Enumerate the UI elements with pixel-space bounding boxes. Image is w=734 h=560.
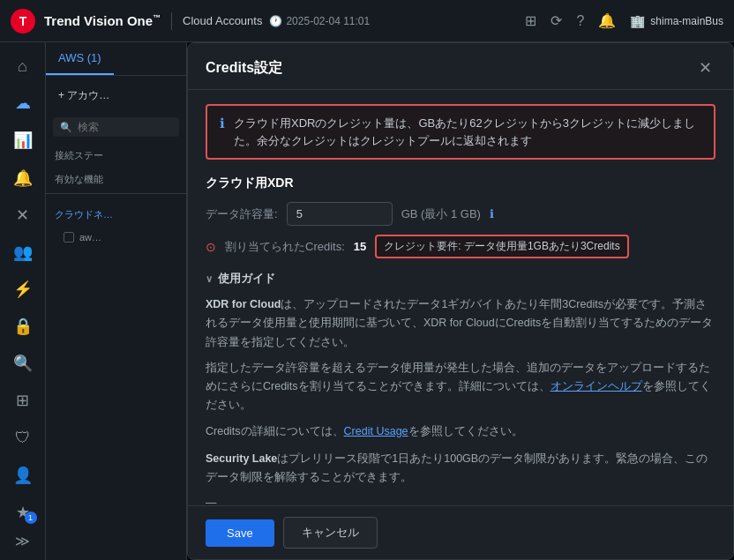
credits-row: ⊙ 割り当てられたCredits: 15 クレジット要件: データ使用量1GBあ… xyxy=(206,235,715,258)
info-icon: ℹ xyxy=(220,116,225,131)
sidebar-item-home[interactable]: ⌂ xyxy=(5,49,41,83)
data-capacity-label: データ許容量: xyxy=(206,206,278,222)
user-icon: 🏢 xyxy=(630,14,645,28)
refresh-icon[interactable]: ⟳ xyxy=(550,12,562,29)
credit-usage-link[interactable]: Credit Usage xyxy=(344,425,408,437)
timestamp: 🕐 2025-02-04 11:01 xyxy=(269,15,370,27)
sidebar-item-search[interactable]: 🔍 xyxy=(5,347,41,380)
usage-para-3-text: Creditsの詳細については、 xyxy=(206,425,344,437)
sidebar-item-cross[interactable]: ✕ xyxy=(5,198,41,232)
sidebar: ⌂ ☁ 📊 🔔 ✕ 👥 ⚡ 🔒 🔍 ⊞ 🛡 👤 ★ 1 ≫ xyxy=(0,42,46,560)
sidebar-item-people[interactable]: 👤 xyxy=(5,459,41,492)
chevron-down-icon: ∨ xyxy=(206,273,213,285)
security-lake-section: Security Lakeはプレリリース段階で1日あたり100GBのデータ制限が… xyxy=(206,450,715,488)
top-header: T Trend Vision One™ Cloud Accounts 🕐 202… xyxy=(0,0,734,42)
usage-para-3-after: を参照してください。 xyxy=(408,425,523,437)
sidebar-item-layers[interactable]: ⊞ xyxy=(5,384,41,417)
credits-requirement: クレジット要件: データ使用量1GBあたり3Credits xyxy=(375,235,628,258)
modal-header: Credits設定 ✕ xyxy=(188,43,733,90)
sidebar-expand-button[interactable]: ≫ xyxy=(15,533,30,549)
xdr-for-cloud-bold: XDR for Cloud xyxy=(206,298,281,310)
feature-status-label: 有効な機能 xyxy=(46,169,186,190)
usage-guide-content: XDR for Cloudは、アップロードされたデータ1ギガバイトあたり年間3C… xyxy=(206,295,715,505)
add-account-button[interactable]: + アカウ… xyxy=(55,85,177,107)
security-lake-text: はプレリリース段階で1日あたり100GBのデータ制限があります。緊急の場合、この… xyxy=(206,452,708,483)
modal-credits: Credits設定 ✕ ℹ クラウド用XDRのクレジット量は、GBあたり62クレ… xyxy=(187,42,734,560)
modal-footer: Save キャンセル xyxy=(188,505,733,559)
sidebar-item-chart[interactable]: 📊 xyxy=(5,123,41,157)
usage-para-1-text: は、アップロードされたデータ1ギガバイトあたり年間3Creditsが必要です。予… xyxy=(206,298,713,348)
modal-overlay: Credits設定 ✕ ℹ クラウド用XDRのクレジット量は、GBあたり62クレ… xyxy=(187,42,734,560)
list-item[interactable]: aw… xyxy=(46,228,186,246)
left-panel: AWS (1) + アカウ… 🔍 接続ステー 有効な機能 クラウドネ… aw… xyxy=(46,42,187,560)
security-lake-bold: Security Lake xyxy=(206,452,277,465)
search-input[interactable] xyxy=(78,121,172,133)
usage-guide-header[interactable]: ∨ 使用ガイド xyxy=(206,271,715,287)
sidebar-item-lightning[interactable]: ⚡ xyxy=(5,273,41,306)
header-divider xyxy=(171,12,172,30)
header-actions: ⊞ ⟳ ? 🔔 🏢 shima-mainBus xyxy=(525,12,723,29)
sidebar-item-users[interactable]: 👥 xyxy=(5,235,41,269)
sidebar-item-star[interactable]: ★ 1 xyxy=(5,496,41,529)
divider xyxy=(46,193,186,194)
usage-guide-title: 使用ガイド xyxy=(218,271,275,287)
credits-icon: ⊙ xyxy=(206,240,216,254)
content-area: AWS (1) + アカウ… 🔍 接続ステー 有効な機能 クラウドネ… aw… xyxy=(46,42,734,560)
security-lake-para: Security Lakeはプレリリース段階で1日あたり100GBのデータ制限が… xyxy=(206,450,715,488)
usage-para-1: XDR for Cloudは、アップロードされたデータ1ギガバイトあたり年間3C… xyxy=(206,295,715,352)
section-title: クラウド用XDR xyxy=(206,175,715,191)
modal-body: ℹ クラウド用XDRのクレジット量は、GBあたり62クレジットから3クレジットに… xyxy=(188,90,733,505)
sidebar-item-alerts[interactable]: 🔔 xyxy=(5,161,41,194)
clock-icon: 🕐 xyxy=(269,15,282,27)
app-logo: T xyxy=(11,9,35,34)
bell-icon[interactable]: 🔔 xyxy=(598,12,616,29)
connection-status-label: 接続ステー xyxy=(46,142,186,169)
left-panel-actions: + アカウ… xyxy=(46,76,186,112)
sidebar-item-shield[interactable]: 🛡 xyxy=(5,422,41,455)
help-icon[interactable]: ? xyxy=(576,13,584,29)
close-button[interactable]: ✕ xyxy=(694,57,715,78)
sidebar-item-lock[interactable]: 🔒 xyxy=(5,310,41,343)
cloud-net-label[interactable]: クラウドネ… xyxy=(46,201,186,228)
credits-label: 割り当てられたCredits: xyxy=(225,239,345,255)
usage-separator: — xyxy=(206,494,715,505)
data-capacity-row: データ許容量: GB (最小 1 GB) ℹ xyxy=(206,202,715,226)
data-capacity-input[interactable] xyxy=(287,202,393,226)
tab-aws[interactable]: AWS (1) xyxy=(46,42,114,75)
data-capacity-unit: GB (最小 1 GB) xyxy=(401,206,481,222)
main-layout: ⌂ ☁ 📊 🔔 ✕ 👥 ⚡ 🔒 🔍 ⊞ 🛡 👤 ★ 1 ≫ AWS (1) + … xyxy=(0,42,734,560)
cancel-button[interactable]: キャンセル xyxy=(283,517,378,549)
save-button[interactable]: Save xyxy=(206,519,274,547)
user-badge[interactable]: 🏢 shima-mainBus xyxy=(630,14,723,28)
list-item-label: aw… xyxy=(79,232,101,243)
usage-para-3: Creditsの詳細については、Credit Usageを参照してください。 xyxy=(206,422,715,441)
app-title: Trend Vision One™ xyxy=(44,13,161,28)
breadcrumb: Cloud Accounts 🕐 2025-02-04 11:01 xyxy=(183,14,525,27)
modal-title: Credits設定 xyxy=(206,59,282,78)
data-capacity-info-icon[interactable]: ℹ xyxy=(490,207,494,220)
tab-bar: AWS (1) xyxy=(46,42,186,76)
breadcrumb-text: Cloud Accounts xyxy=(183,14,262,27)
search-box[interactable]: 🔍 xyxy=(53,117,179,137)
search-icon: 🔍 xyxy=(60,122,72,133)
usage-para-2: 指定したデータ許容量を超えるデータ使用量が発生した場合、追加のデータをアップロー… xyxy=(206,359,715,415)
list-item-checkbox[interactable] xyxy=(64,232,74,243)
online-help-link[interactable]: オンラインヘルプ xyxy=(550,380,642,392)
clipboard-icon[interactable]: ⊞ xyxy=(525,12,536,29)
credits-value: 15 xyxy=(354,240,366,253)
info-banner: ℹ クラウド用XDRのクレジット量は、GBあたり62クレジットから3クレジットに… xyxy=(206,104,715,160)
sidebar-item-cloud[interactable]: ☁ xyxy=(5,86,41,120)
info-banner-text: クラウド用XDRのクレジット量は、GBあたり62クレジットから3クレジットに減少… xyxy=(234,115,701,149)
sidebar-badge: 1 xyxy=(25,511,37,524)
